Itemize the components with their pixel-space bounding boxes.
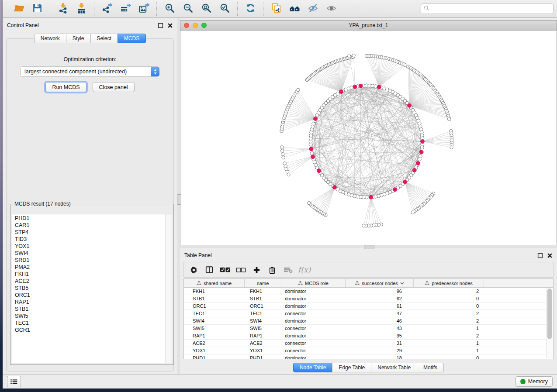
- float-panel-icon[interactable]: [537, 253, 543, 258]
- table-row[interactable]: FKH1FKH1dominator962: [184, 288, 553, 295]
- import-table-from-file-icon: [76, 3, 87, 15]
- mcds-result-listbox: PHD1CAR1STP4TID3YOX1SWI4SRD1PMA2FKH1ACE2…: [12, 214, 172, 363]
- table-row[interactable]: YOX1YOX1connector291: [184, 347, 553, 354]
- mcds-list-scrollbar[interactable]: [165, 214, 172, 363]
- horizontal-splitter[interactable]: [180, 245, 557, 248]
- table-row[interactable]: TEC1TEC1connector472: [184, 310, 553, 317]
- network-graph[interactable]: [180, 31, 557, 245]
- column-header-successor-nodes[interactable]: successor nodes: [346, 279, 414, 287]
- mcds-result-item[interactable]: YOX1: [15, 243, 166, 250]
- zoom-selected-region-icon: [219, 3, 230, 15]
- column-selector-button[interactable]: [203, 264, 216, 276]
- close-panel-icon[interactable]: [167, 23, 173, 28]
- export-table-button[interactable]: [118, 2, 133, 16]
- export-image-icon: [138, 3, 149, 15]
- mcds-result-item[interactable]: TEC1: [15, 320, 166, 327]
- zoom-out-button[interactable]: [180, 2, 196, 16]
- table-row[interactable]: SWI5SWI5connector431: [184, 325, 553, 332]
- copy-network-button[interactable]: [268, 2, 284, 16]
- cell: ORC1: [184, 303, 245, 309]
- apply-preferred-layout-button[interactable]: [242, 2, 258, 16]
- float-panel-icon[interactable]: [158, 23, 163, 28]
- mcds-result-item[interactable]: SWI5: [15, 313, 166, 320]
- mcds-result-item[interactable]: CAR1: [15, 222, 166, 229]
- search-input[interactable]: [429, 4, 550, 13]
- delete-table-button: [281, 264, 294, 276]
- close-panel-icon[interactable]: [547, 253, 553, 258]
- zoom-in-button[interactable]: [162, 2, 177, 16]
- run-mcds-button[interactable]: Run MCDS: [45, 82, 86, 92]
- column-header-predecessor-nodes[interactable]: predecessor nodes: [414, 279, 484, 287]
- vertical-splitter[interactable]: [177, 18, 180, 374]
- delete-column-button[interactable]: [266, 264, 279, 276]
- zoom-fit-content-icon: [201, 3, 212, 15]
- memory-button[interactable]: Memory: [515, 376, 553, 387]
- cell: YOX1: [245, 347, 281, 354]
- table-row[interactable]: SWI4SWI4dominator462: [184, 317, 553, 325]
- show-all-button[interactable]: [323, 2, 339, 16]
- tab-mcds[interactable]: MCDS: [118, 34, 146, 43]
- tab-network-table[interactable]: Network Table: [371, 363, 417, 372]
- mcds-result-item[interactable]: FKH1: [15, 271, 166, 278]
- table-row[interactable]: RAP1RAP1dominator352: [184, 332, 553, 340]
- tab-edge-table[interactable]: Edge Table: [332, 363, 371, 372]
- hide-selected-icon: [308, 3, 318, 15]
- optimization-criterion-select[interactable]: largest connected component (undirected): [21, 66, 159, 77]
- deselect-all-rows-button[interactable]: [234, 264, 247, 276]
- network-window-titlebar[interactable]: YPA_prune.txt_1: [180, 21, 557, 31]
- splitter-grip[interactable]: [364, 245, 374, 249]
- network-and-table-column: YPA_prune.txt_1 Table Panel f(x): [180, 18, 557, 374]
- table-mode-icon: [190, 266, 198, 274]
- mcds-result-item[interactable]: PHD1: [15, 215, 166, 222]
- cell: SWI5: [245, 325, 281, 332]
- mcds-result-item[interactable]: RAP1: [15, 299, 166, 306]
- column-header-name[interactable]: name: [245, 279, 281, 287]
- column-header-shared-name[interactable]: shared name: [184, 279, 245, 287]
- first-neighbors-button[interactable]: [287, 2, 302, 16]
- import-network-from-file-button[interactable]: [55, 2, 71, 16]
- close-panel-button[interactable]: Close panel: [93, 82, 135, 92]
- mcds-result-item[interactable]: STB5: [15, 285, 166, 292]
- mcds-result-list[interactable]: PHD1CAR1STP4TID3YOX1SWI4SRD1PMA2FKH1ACE2…: [12, 214, 166, 363]
- table-row[interactable]: ORC1ORC1dominator610: [184, 303, 553, 310]
- table-scrollbar-thumb[interactable]: [547, 289, 552, 339]
- open-file-button[interactable]: [11, 2, 27, 16]
- close-window-icon[interactable]: [184, 23, 189, 28]
- create-column-button[interactable]: [250, 264, 263, 276]
- mcds-result-item[interactable]: ORC1: [15, 292, 166, 299]
- import-table-from-file-button[interactable]: [73, 2, 89, 16]
- table-mode-button[interactable]: [187, 264, 200, 276]
- column-header-MCDS-role[interactable]: MCDS role: [281, 279, 346, 287]
- tab-network[interactable]: Network: [34, 34, 66, 43]
- control-panel: Control Panel NetworkStyleSelectMCDS Opt…: [3, 18, 177, 374]
- mcds-result-item[interactable]: ACE2: [15, 278, 166, 285]
- zoom-selected-region-button[interactable]: [217, 2, 232, 16]
- tab-node-table[interactable]: Node Table: [293, 363, 333, 372]
- select-all-rows-button[interactable]: [218, 264, 232, 276]
- table-row[interactable]: PHD1PHD1dominator180: [184, 354, 553, 359]
- minimize-window-icon[interactable]: [193, 23, 198, 28]
- zoom-window-icon[interactable]: [201, 23, 207, 28]
- zoom-fit-content-button[interactable]: [198, 2, 214, 16]
- mcds-result-item[interactable]: SRD1: [15, 257, 166, 264]
- export-image-button[interactable]: [136, 2, 152, 16]
- mcds-result-item[interactable]: TID3: [15, 236, 166, 243]
- mcds-result-item[interactable]: STP4: [15, 229, 166, 236]
- cell: 0: [414, 303, 484, 309]
- memory-status-icon: [520, 379, 526, 384]
- export-network-button[interactable]: [99, 2, 115, 16]
- mcds-result-item[interactable]: STB1: [15, 306, 166, 313]
- splitter-grip[interactable]: [177, 194, 181, 205]
- save-session-button[interactable]: [29, 2, 45, 16]
- tab-style[interactable]: Style: [66, 34, 91, 43]
- table-scrollbar[interactable]: [546, 288, 553, 358]
- task-history-button[interactable]: [7, 376, 21, 387]
- table-row[interactable]: STB1STB1dominator620: [184, 295, 553, 303]
- hide-selected-button[interactable]: [305, 2, 321, 16]
- mcds-result-item[interactable]: PMA2: [15, 264, 166, 271]
- tab-select[interactable]: Select: [90, 34, 118, 43]
- table-row[interactable]: ACE2ACE2connector311: [184, 340, 553, 347]
- tab-motifs[interactable]: Motifs: [417, 363, 444, 372]
- mcds-result-item[interactable]: GCR1: [15, 327, 166, 334]
- mcds-result-item[interactable]: SWI4: [15, 250, 166, 257]
